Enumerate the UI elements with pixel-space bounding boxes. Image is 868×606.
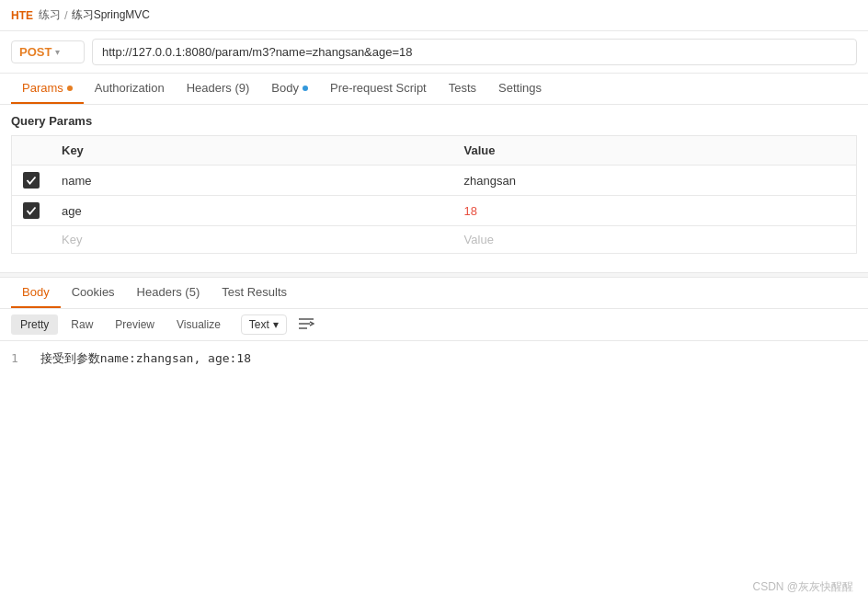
- query-params-title: Query Params: [11, 114, 857, 128]
- col-value-header: Value: [453, 136, 857, 166]
- wrap-icon[interactable]: [298, 317, 314, 333]
- col-checkbox-header: [12, 136, 51, 166]
- checkbox-checked[interactable]: [23, 172, 40, 189]
- response-tab-headers-label: Headers (5): [137, 285, 200, 299]
- format-tab-visualize[interactable]: Visualize: [167, 314, 230, 335]
- format-tab-preview[interactable]: Preview: [106, 314, 164, 335]
- response-tab-testresults-label: Test Results: [222, 285, 287, 299]
- row-checkbox-cell[interactable]: [12, 166, 51, 196]
- tab-settings-label: Settings: [498, 81, 542, 95]
- format-tab-raw-label: Raw: [71, 318, 93, 331]
- empty-checkbox-cell: [12, 226, 51, 254]
- tab-tests-label: Tests: [449, 81, 476, 95]
- body-dot: [303, 86, 308, 91]
- method-dropdown-icon: ▾: [55, 47, 60, 57]
- breadcrumb-separator: /: [64, 8, 68, 22]
- page-title: 练习SpringMVC: [72, 7, 150, 23]
- params-dot: [67, 86, 73, 91]
- tab-prerequest-label: Pre-request Script: [330, 81, 427, 95]
- top-bar: HTE 练习 / 练习SpringMVC: [0, 0, 868, 31]
- method-select[interactable]: POST ▾: [11, 40, 85, 63]
- checkmark-icon: [26, 205, 37, 216]
- response-tab-body[interactable]: Body: [11, 278, 61, 308]
- tab-headers-label: Headers (9): [187, 81, 250, 95]
- tab-params-label: Params: [22, 81, 63, 95]
- tab-settings[interactable]: Settings: [487, 74, 553, 104]
- breadcrumb-text: 练习: [39, 7, 61, 23]
- response-line-text: 接受到参数name:zhangsan, age:18: [40, 351, 251, 365]
- empty-key-placeholder[interactable]: Key: [51, 226, 453, 254]
- format-tab-pretty-label: Pretty: [20, 318, 49, 331]
- col-key-header: Key: [51, 136, 453, 166]
- tab-tests[interactable]: Tests: [438, 74, 487, 104]
- checkmark-icon: [26, 175, 37, 186]
- response-tab-testresults[interactable]: Test Results: [211, 278, 298, 308]
- format-bar: Pretty Raw Preview Visualize Text ▾: [0, 309, 868, 341]
- app-icon: HTE: [11, 9, 33, 22]
- response-tab-cookies-label: Cookies: [72, 285, 115, 299]
- row-value-age[interactable]: 18: [453, 196, 857, 226]
- params-table: Key Value name zhangsan: [11, 135, 857, 254]
- checkbox-checked[interactable]: [23, 202, 40, 219]
- empty-value-placeholder[interactable]: Value: [453, 226, 857, 254]
- url-bar: POST ▾: [0, 31, 868, 74]
- line-number: 1: [11, 351, 18, 365]
- tab-prerequest[interactable]: Pre-request Script: [319, 74, 438, 104]
- row-key-name[interactable]: name: [51, 166, 453, 196]
- method-label: POST: [19, 45, 51, 59]
- wrap-lines-icon: [298, 317, 314, 330]
- response-body: 1 接受到参数name:zhangsan, age:18: [0, 341, 868, 376]
- row-key-age[interactable]: age: [51, 196, 453, 226]
- format-tab-raw[interactable]: Raw: [62, 314, 102, 335]
- response-tab-headers[interactable]: Headers (5): [126, 278, 211, 308]
- tab-body-label: Body: [271, 81, 299, 95]
- table-row: name zhangsan: [12, 166, 857, 196]
- tab-headers[interactable]: Headers (9): [176, 74, 261, 104]
- format-tab-visualize-label: Visualize: [177, 318, 221, 331]
- format-dropdown-icon: ▾: [273, 318, 279, 331]
- query-params-section: Query Params Key Value name zhan: [0, 105, 868, 254]
- response-tabs: Body Cookies Headers (5) Test Results: [0, 278, 868, 309]
- table-row: age 18: [12, 196, 857, 226]
- format-tab-preview-label: Preview: [115, 318, 154, 331]
- response-tab-cookies[interactable]: Cookies: [61, 278, 126, 308]
- format-tab-pretty[interactable]: Pretty: [11, 314, 58, 335]
- url-input[interactable]: [92, 39, 857, 65]
- row-value-zhangsan[interactable]: zhangsan: [453, 166, 857, 196]
- table-row-empty: Key Value: [12, 226, 857, 254]
- row-checkbox-cell[interactable]: [12, 196, 51, 226]
- format-type-label: Text: [249, 318, 269, 331]
- tab-authorization[interactable]: Authorization: [84, 74, 176, 104]
- request-tabs: Params Authorization Headers (9) Body Pr…: [0, 74, 868, 105]
- response-tab-body-label: Body: [22, 285, 50, 299]
- tab-params[interactable]: Params: [11, 74, 84, 104]
- tab-body[interactable]: Body: [260, 74, 319, 104]
- format-type-select[interactable]: Text ▾: [241, 314, 287, 335]
- tab-authorization-label: Authorization: [95, 81, 165, 95]
